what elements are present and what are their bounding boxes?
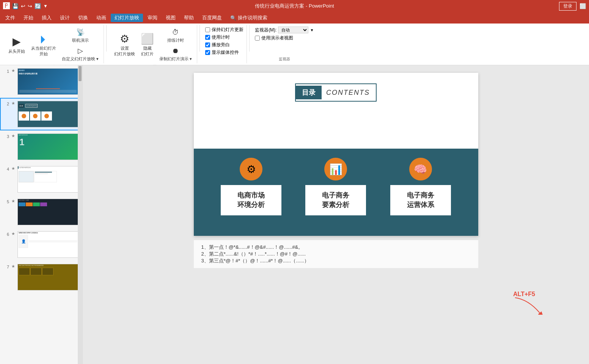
use-timer-checkbox[interactable] bbox=[205, 35, 210, 40]
slide-panel: 1 ★ 某某项目 传统行业电商运营方案 2 ★ 目录 bbox=[0, 65, 83, 364]
hide-slide-button[interactable]: ⬜ 隐藏 幻灯片 bbox=[139, 31, 156, 58]
monitor-dropdown-arrow[interactable]: ▼ bbox=[310, 28, 314, 32]
ribbon-buttons-1: ▶ 从头开始 ⏵ 从当前幻灯片 开始 📡 联机演示 ▷ 自定义幻灯片放映 ▾ bbox=[6, 27, 101, 63]
refresh-icon[interactable]: 🔄 bbox=[35, 3, 41, 9]
record-icon: ⏺ bbox=[171, 46, 180, 55]
menu-design[interactable]: 设计 bbox=[56, 14, 74, 22]
timing-button[interactable]: ⏱ 排练计时 bbox=[157, 27, 194, 44]
login-button[interactable]: 登录 bbox=[559, 2, 576, 11]
notes-area: 1、第一点！@*&......#！@&#......！@......#&。 2、… bbox=[194, 240, 478, 268]
slide-img-6: 电商能为传统行业带来什么价值的机会 👤 bbox=[17, 231, 79, 258]
slide-num-1: 1 bbox=[4, 69, 9, 74]
slide-star-7: ★ bbox=[11, 264, 15, 269]
slide-thumb-2[interactable]: 2 ★ 目录 CONTENTS bbox=[0, 98, 82, 130]
monitor-options: 监视器(M): 自动 ▼ 使用演示者视图 bbox=[255, 27, 314, 41]
menu-baiduyun[interactable]: 百度网盘 bbox=[198, 14, 226, 22]
ribbon-small-group-1: 📡 联机演示 ▷ 自定义幻灯片放映 ▾ bbox=[60, 27, 101, 63]
slide-num-2: 2 bbox=[4, 102, 9, 106]
keep-update-checkbox-row[interactable]: 保持幻灯片更新 bbox=[205, 27, 243, 33]
narration-checkbox-row[interactable]: 播放旁白 bbox=[205, 42, 243, 48]
slide-num-7: 7 bbox=[4, 265, 9, 269]
slide-img-7: 传统行业电子商务的地位与电子商务能效解析框架 bbox=[17, 264, 79, 290]
save-icon[interactable]: 💾 bbox=[12, 3, 19, 9]
menu-insert[interactable]: 插入 bbox=[38, 14, 55, 22]
narration-checkbox[interactable] bbox=[205, 42, 210, 47]
presenter-view-row[interactable]: 使用演示者视图 bbox=[255, 35, 314, 41]
card-text-box-3: 电子商务 运营体系 bbox=[390, 185, 451, 215]
brain-icon: 🧠 bbox=[414, 163, 427, 176]
menu-bar: 文件 开始 插入 设计 切换 动画 幻灯片放映 审阅 视图 帮助 百度网盘 🔍 … bbox=[0, 12, 589, 24]
contents-toc-label: 目录 bbox=[296, 86, 322, 99]
ribbon-divider-3 bbox=[249, 25, 250, 52]
menu-search[interactable]: 🔍 操作说明搜索 bbox=[226, 14, 271, 22]
menu-review[interactable]: 审阅 bbox=[144, 14, 161, 22]
ribbon: ▶ 从头开始 ⏵ 从当前幻灯片 开始 📡 联机演示 ▷ 自定义幻灯片放映 ▾ 开… bbox=[0, 24, 589, 65]
shortcut-label: ALT+F5 bbox=[513, 291, 535, 297]
gear-icon: ⚙ bbox=[247, 163, 256, 176]
slide-thumb-3[interactable]: 3 ★ 电商市场环境分析 1 bbox=[0, 130, 82, 163]
narration-label: 播放旁白 bbox=[212, 42, 230, 48]
menu-help[interactable]: 帮助 bbox=[180, 14, 198, 22]
menu-transition[interactable]: 切换 bbox=[74, 14, 92, 22]
notes-line-2: 2、第二点*......&!（）*#！.....*......！@#！@....… bbox=[201, 251, 471, 257]
record-button[interactable]: ⏺ 录制幻灯片演示 ▾ bbox=[157, 45, 194, 63]
notes-line-1: 1、第一点！@*&......#！@&#......！@......#&。 bbox=[201, 244, 471, 251]
slide-panel-scrollbar[interactable] bbox=[78, 65, 82, 364]
monitor-dropdown[interactable]: 自动 bbox=[278, 27, 308, 33]
use-timer-label: 使用计时 bbox=[212, 34, 230, 41]
show-media-checkbox-row[interactable]: 显示媒体控件 bbox=[205, 49, 243, 56]
slide-num-5: 5 bbox=[4, 199, 9, 204]
card-text-3: 电子商务 运营体系 bbox=[407, 191, 434, 210]
show-media-checkbox[interactable] bbox=[205, 50, 210, 55]
slide-thumb-1[interactable]: 1 ★ 某某项目 传统行业电商运营方案 bbox=[0, 65, 82, 98]
slide-header: 目录 CONTENTS bbox=[194, 73, 478, 109]
slide-img-5: 电商市场的个人版图 bbox=[17, 199, 79, 225]
ribbon-buttons-2: ⚙ 设置 幻灯片放映 ⬜ 隐藏 幻灯片 ⏱ 排练计时 ⏺ 录制幻灯片演示 ▾ bbox=[112, 27, 194, 63]
slide-img-4: 电子商务市场环境分析 bbox=[17, 166, 79, 193]
online-button[interactable]: 📡 联机演示 bbox=[60, 27, 101, 44]
app-logo-icon: 🅿 bbox=[3, 2, 10, 10]
slide-thumb-4[interactable]: 4 ★ 电子商务市场环境分析 bbox=[0, 163, 82, 196]
ribbon-divider-2 bbox=[199, 25, 200, 52]
keep-update-label: 保持幻灯片更新 bbox=[212, 27, 243, 33]
slide-star-1: ★ bbox=[11, 68, 15, 73]
menu-animation[interactable]: 动画 bbox=[93, 14, 110, 22]
card-icon-3: 🧠 bbox=[409, 158, 432, 180]
keep-update-checkbox[interactable] bbox=[205, 27, 210, 32]
title-bar-right: 登录 ⬜ bbox=[559, 2, 586, 11]
slide-star-2: ★ bbox=[11, 101, 15, 106]
presenter-view-checkbox[interactable] bbox=[255, 36, 260, 41]
setup-slideshow-button[interactable]: ⚙ 设置 幻灯片放映 bbox=[112, 31, 137, 58]
from-start-icon: ▶ bbox=[11, 36, 23, 48]
slide-img-3: 电商市场环境分析 1 bbox=[17, 133, 79, 160]
slide-thumb-6[interactable]: 6 ★ 电商能为传统行业带来什么价值的机会 👤 bbox=[0, 228, 82, 261]
slide-thumb-5[interactable]: 5 ★ 电商市场的个人版图 bbox=[0, 196, 82, 228]
from-current-button[interactable]: ⏵ 从当前幻灯片 开始 bbox=[29, 31, 58, 58]
ribbon-group-monitor: 监视器(M): 自动 ▼ 使用演示者视图 监视器 bbox=[252, 25, 317, 63]
card-text-box-2: 电子商务 要素分析 bbox=[305, 185, 366, 215]
checkbox-group: 保持幻灯片更新 使用计时 播放旁白 显示媒体控件 bbox=[205, 27, 243, 56]
ribbon-divider-1 bbox=[106, 25, 107, 52]
slide-thumb-7[interactable]: 7 ★ 传统行业电子商务的地位与电子商务能效解析框架 bbox=[0, 261, 82, 293]
custom-slideshow-button[interactable]: ▷ 自定义幻灯片放映 ▾ bbox=[60, 45, 101, 63]
redo-icon[interactable]: ↪ bbox=[28, 3, 32, 9]
menu-slideshow[interactable]: 幻灯片放映 bbox=[111, 14, 143, 22]
card-text-1: 电商市场 环境分析 bbox=[237, 191, 265, 210]
use-timer-checkbox-row[interactable]: 使用计时 bbox=[205, 34, 243, 41]
menu-file[interactable]: 文件 bbox=[2, 14, 19, 22]
slide-img-1: 某某项目 传统行业电商运营方案 bbox=[17, 68, 79, 95]
undo-icon[interactable]: ↩ bbox=[21, 3, 25, 9]
slide-img-2: 目录 CONTENTS bbox=[17, 101, 79, 127]
scroll-thumb[interactable] bbox=[79, 66, 82, 81]
from-current-icon: ⏵ bbox=[38, 33, 50, 45]
card-text-2: 电子商务 要素分析 bbox=[322, 191, 349, 210]
maximize-icon[interactable]: ⬜ bbox=[580, 3, 586, 9]
ribbon-label-4: 监视器 bbox=[279, 55, 290, 62]
from-start-button[interactable]: ▶ 从头开始 bbox=[6, 34, 27, 56]
ribbon-group-options: 保持幻灯片更新 使用计时 播放旁白 显示媒体控件 bbox=[202, 25, 247, 63]
menu-home[interactable]: 开始 bbox=[20, 14, 37, 22]
monitor-select-row: 监视器(M): 自动 ▼ bbox=[255, 27, 314, 33]
customize-icon[interactable]: ▼ bbox=[43, 3, 48, 9]
menu-view[interactable]: 视图 bbox=[162, 14, 179, 22]
presenter-view-label: 使用演示者视图 bbox=[261, 35, 293, 41]
